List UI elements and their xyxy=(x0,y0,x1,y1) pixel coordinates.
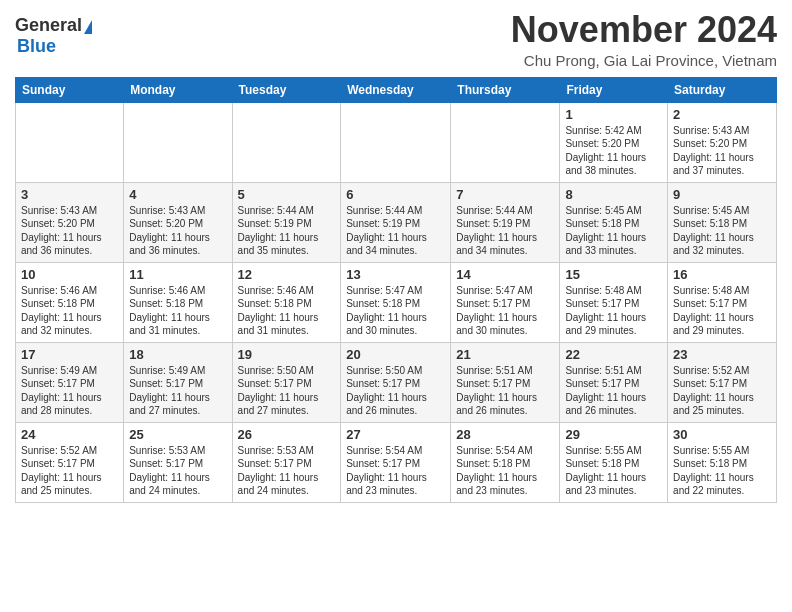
calendar-cell xyxy=(124,102,232,182)
calendar-table: SundayMondayTuesdayWednesdayThursdayFrid… xyxy=(15,77,777,503)
calendar-cell: 28Sunrise: 5:54 AMSunset: 5:18 PMDayligh… xyxy=(451,422,560,502)
logo-text: General xyxy=(15,15,92,36)
day-info: Sunrise: 5:42 AMSunset: 5:20 PMDaylight:… xyxy=(565,124,662,178)
calendar-cell: 3Sunrise: 5:43 AMSunset: 5:20 PMDaylight… xyxy=(16,182,124,262)
day-info: Sunrise: 5:51 AMSunset: 5:17 PMDaylight:… xyxy=(456,364,554,418)
day-info: Sunrise: 5:46 AMSunset: 5:18 PMDaylight:… xyxy=(238,284,336,338)
calendar-cell: 27Sunrise: 5:54 AMSunset: 5:17 PMDayligh… xyxy=(341,422,451,502)
calendar-cell: 4Sunrise: 5:43 AMSunset: 5:20 PMDaylight… xyxy=(124,182,232,262)
col-header-saturday: Saturday xyxy=(668,77,777,102)
day-info: Sunrise: 5:43 AMSunset: 5:20 PMDaylight:… xyxy=(21,204,118,258)
day-number: 20 xyxy=(346,347,445,362)
day-info: Sunrise: 5:54 AMSunset: 5:18 PMDaylight:… xyxy=(456,444,554,498)
calendar-cell: 8Sunrise: 5:45 AMSunset: 5:18 PMDaylight… xyxy=(560,182,668,262)
day-number: 25 xyxy=(129,427,226,442)
calendar-cell: 23Sunrise: 5:52 AMSunset: 5:17 PMDayligh… xyxy=(668,342,777,422)
day-number: 27 xyxy=(346,427,445,442)
day-number: 2 xyxy=(673,107,771,122)
logo: General Blue xyxy=(15,15,92,57)
day-info: Sunrise: 5:48 AMSunset: 5:17 PMDaylight:… xyxy=(673,284,771,338)
calendar-cell: 30Sunrise: 5:55 AMSunset: 5:18 PMDayligh… xyxy=(668,422,777,502)
day-number: 18 xyxy=(129,347,226,362)
day-info: Sunrise: 5:50 AMSunset: 5:17 PMDaylight:… xyxy=(346,364,445,418)
calendar-cell xyxy=(451,102,560,182)
day-number: 23 xyxy=(673,347,771,362)
calendar-cell: 18Sunrise: 5:49 AMSunset: 5:17 PMDayligh… xyxy=(124,342,232,422)
calendar-cell: 20Sunrise: 5:50 AMSunset: 5:17 PMDayligh… xyxy=(341,342,451,422)
day-number: 10 xyxy=(21,267,118,282)
title-block: November 2024 Chu Prong, Gia Lai Provinc… xyxy=(511,10,777,69)
calendar-cell: 9Sunrise: 5:45 AMSunset: 5:18 PMDaylight… xyxy=(668,182,777,262)
day-number: 29 xyxy=(565,427,662,442)
calendar-cell: 11Sunrise: 5:46 AMSunset: 5:18 PMDayligh… xyxy=(124,262,232,342)
day-number: 11 xyxy=(129,267,226,282)
logo-triangle-icon xyxy=(84,20,92,34)
day-number: 21 xyxy=(456,347,554,362)
day-info: Sunrise: 5:46 AMSunset: 5:18 PMDaylight:… xyxy=(129,284,226,338)
calendar-header-row: SundayMondayTuesdayWednesdayThursdayFrid… xyxy=(16,77,777,102)
col-header-sunday: Sunday xyxy=(16,77,124,102)
day-info: Sunrise: 5:55 AMSunset: 5:18 PMDaylight:… xyxy=(673,444,771,498)
day-number: 26 xyxy=(238,427,336,442)
day-number: 22 xyxy=(565,347,662,362)
calendar-cell: 29Sunrise: 5:55 AMSunset: 5:18 PMDayligh… xyxy=(560,422,668,502)
col-header-friday: Friday xyxy=(560,77,668,102)
calendar-week-row-1: 1Sunrise: 5:42 AMSunset: 5:20 PMDaylight… xyxy=(16,102,777,182)
day-number: 17 xyxy=(21,347,118,362)
day-info: Sunrise: 5:46 AMSunset: 5:18 PMDaylight:… xyxy=(21,284,118,338)
calendar-cell: 26Sunrise: 5:53 AMSunset: 5:17 PMDayligh… xyxy=(232,422,341,502)
day-info: Sunrise: 5:45 AMSunset: 5:18 PMDaylight:… xyxy=(673,204,771,258)
header: General Blue November 2024 Chu Prong, Gi… xyxy=(15,10,777,69)
day-number: 1 xyxy=(565,107,662,122)
calendar-cell: 24Sunrise: 5:52 AMSunset: 5:17 PMDayligh… xyxy=(16,422,124,502)
day-number: 16 xyxy=(673,267,771,282)
day-number: 12 xyxy=(238,267,336,282)
day-info: Sunrise: 5:44 AMSunset: 5:19 PMDaylight:… xyxy=(456,204,554,258)
day-info: Sunrise: 5:52 AMSunset: 5:17 PMDaylight:… xyxy=(673,364,771,418)
calendar-cell: 14Sunrise: 5:47 AMSunset: 5:17 PMDayligh… xyxy=(451,262,560,342)
calendar-cell: 15Sunrise: 5:48 AMSunset: 5:17 PMDayligh… xyxy=(560,262,668,342)
day-info: Sunrise: 5:44 AMSunset: 5:19 PMDaylight:… xyxy=(238,204,336,258)
day-number: 13 xyxy=(346,267,445,282)
calendar-cell: 21Sunrise: 5:51 AMSunset: 5:17 PMDayligh… xyxy=(451,342,560,422)
day-info: Sunrise: 5:43 AMSunset: 5:20 PMDaylight:… xyxy=(129,204,226,258)
day-info: Sunrise: 5:53 AMSunset: 5:17 PMDaylight:… xyxy=(129,444,226,498)
calendar-cell: 22Sunrise: 5:51 AMSunset: 5:17 PMDayligh… xyxy=(560,342,668,422)
day-number: 9 xyxy=(673,187,771,202)
day-number: 30 xyxy=(673,427,771,442)
day-number: 28 xyxy=(456,427,554,442)
day-number: 4 xyxy=(129,187,226,202)
calendar-cell xyxy=(232,102,341,182)
col-header-thursday: Thursday xyxy=(451,77,560,102)
day-info: Sunrise: 5:49 AMSunset: 5:17 PMDaylight:… xyxy=(129,364,226,418)
page: General Blue November 2024 Chu Prong, Gi… xyxy=(0,0,792,518)
day-info: Sunrise: 5:43 AMSunset: 5:20 PMDaylight:… xyxy=(673,124,771,178)
calendar-cell xyxy=(341,102,451,182)
day-info: Sunrise: 5:47 AMSunset: 5:17 PMDaylight:… xyxy=(456,284,554,338)
day-info: Sunrise: 5:48 AMSunset: 5:17 PMDaylight:… xyxy=(565,284,662,338)
calendar-week-row-2: 3Sunrise: 5:43 AMSunset: 5:20 PMDaylight… xyxy=(16,182,777,262)
month-title: November 2024 xyxy=(511,10,777,50)
day-info: Sunrise: 5:54 AMSunset: 5:17 PMDaylight:… xyxy=(346,444,445,498)
calendar-cell: 12Sunrise: 5:46 AMSunset: 5:18 PMDayligh… xyxy=(232,262,341,342)
day-info: Sunrise: 5:44 AMSunset: 5:19 PMDaylight:… xyxy=(346,204,445,258)
calendar-cell: 13Sunrise: 5:47 AMSunset: 5:18 PMDayligh… xyxy=(341,262,451,342)
calendar-cell: 1Sunrise: 5:42 AMSunset: 5:20 PMDaylight… xyxy=(560,102,668,182)
day-info: Sunrise: 5:50 AMSunset: 5:17 PMDaylight:… xyxy=(238,364,336,418)
day-info: Sunrise: 5:55 AMSunset: 5:18 PMDaylight:… xyxy=(565,444,662,498)
day-info: Sunrise: 5:47 AMSunset: 5:18 PMDaylight:… xyxy=(346,284,445,338)
location-subtitle: Chu Prong, Gia Lai Province, Vietnam xyxy=(511,52,777,69)
calendar-cell: 25Sunrise: 5:53 AMSunset: 5:17 PMDayligh… xyxy=(124,422,232,502)
day-info: Sunrise: 5:52 AMSunset: 5:17 PMDaylight:… xyxy=(21,444,118,498)
day-number: 15 xyxy=(565,267,662,282)
calendar-cell: 6Sunrise: 5:44 AMSunset: 5:19 PMDaylight… xyxy=(341,182,451,262)
day-info: Sunrise: 5:51 AMSunset: 5:17 PMDaylight:… xyxy=(565,364,662,418)
day-info: Sunrise: 5:53 AMSunset: 5:17 PMDaylight:… xyxy=(238,444,336,498)
calendar-cell: 16Sunrise: 5:48 AMSunset: 5:17 PMDayligh… xyxy=(668,262,777,342)
calendar-cell: 5Sunrise: 5:44 AMSunset: 5:19 PMDaylight… xyxy=(232,182,341,262)
day-number: 19 xyxy=(238,347,336,362)
day-number: 14 xyxy=(456,267,554,282)
day-number: 5 xyxy=(238,187,336,202)
day-number: 7 xyxy=(456,187,554,202)
day-info: Sunrise: 5:45 AMSunset: 5:18 PMDaylight:… xyxy=(565,204,662,258)
